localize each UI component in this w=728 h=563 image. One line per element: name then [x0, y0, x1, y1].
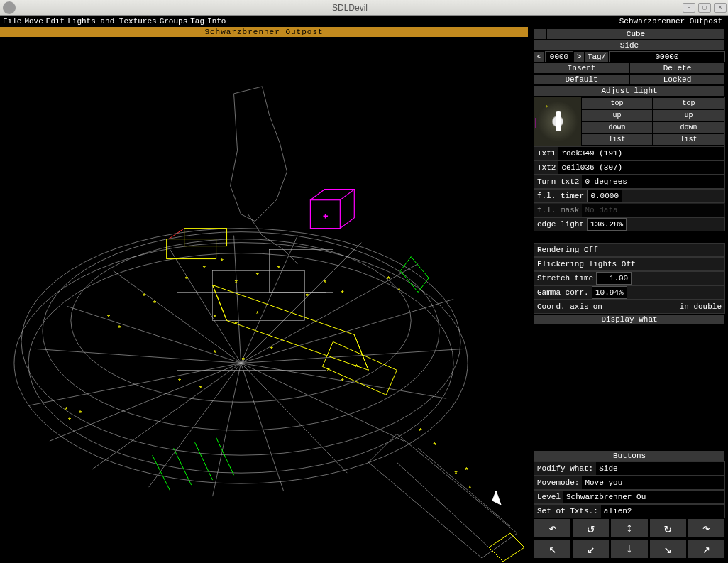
- svg-text:*: *: [199, 385, 204, 393]
- buttons-panel: Buttons Modify What: Side Movemode: Move…: [534, 450, 725, 559]
- movemode-label: Movemode:: [534, 476, 582, 489]
- turn-left-icon[interactable]: ↺: [572, 518, 610, 538]
- minimize-button[interactable]: –: [683, 3, 695, 13]
- flickering-toggle[interactable]: Flickering lights Off: [534, 258, 724, 270]
- svg-line-19: [234, 235, 241, 363]
- menu-lights-textures[interactable]: Lights and Textures: [67, 17, 156, 26]
- svg-text:*: *: [234, 321, 239, 329]
- svg-text:*: *: [276, 264, 281, 273]
- tex2-list-button[interactable]: list: [653, 133, 724, 146]
- display-what-button[interactable]: Display What: [534, 314, 725, 325]
- texture-preview[interactable]: → |: [534, 97, 581, 146]
- menu-tag[interactable]: Tag: [190, 17, 204, 26]
- svg-text:*: *: [67, 417, 72, 425]
- window-title: SDLDevil: [18, 3, 681, 13]
- svg-text:*: *: [153, 300, 158, 308]
- stretch-time-value[interactable]: 1.00: [596, 272, 632, 285]
- coord-axis-state[interactable]: on: [592, 300, 604, 313]
- cube-tab-narrow[interactable]: [534, 28, 546, 40]
- fl-mask-value: No data: [582, 204, 724, 217]
- gamma-value[interactable]: 10.94%: [592, 286, 627, 299]
- level-value[interactable]: Schwarzbrenner Ou: [563, 491, 724, 503]
- svg-text:*: *: [304, 293, 309, 301]
- turn-right-icon[interactable]: ↻: [649, 518, 687, 538]
- render-panel: Rendering Off Flickering lights Off Stre…: [534, 243, 725, 325]
- tag-value[interactable]: 00000: [609, 51, 725, 62]
- svg-text:*: *: [386, 275, 391, 283]
- svg-text:*: *: [269, 346, 274, 354]
- turn-txt2-value[interactable]: 0 degrees: [582, 175, 724, 188]
- close-button[interactable]: ×: [714, 3, 727, 13]
- menu-info[interactable]: Info: [207, 17, 226, 26]
- edge-light-value[interactable]: 136.28%: [587, 218, 627, 231]
- fl-timer-label: f.l. timer: [534, 190, 587, 202]
- modify-what-value[interactable]: Side: [596, 462, 724, 475]
- cube-next-button[interactable]: >: [573, 51, 585, 62]
- svg-text:*: *: [255, 310, 260, 319]
- default-button[interactable]: Default: [534, 74, 629, 85]
- cube-panel: Cube Side < 0000 > Tag/ 00000 Insert Del…: [534, 28, 725, 231]
- bank-right-up-icon[interactable]: ↗: [688, 539, 725, 559]
- move-down-icon[interactable]: ↓: [610, 539, 648, 559]
- level-label: Level: [534, 491, 563, 503]
- tex1-list-button[interactable]: list: [581, 133, 653, 146]
- svg-text:*: *: [241, 356, 246, 365]
- rendering-toggle[interactable]: Rendering Off: [534, 244, 724, 256]
- rotate-cw-icon[interactable]: ↷: [688, 518, 725, 538]
- insert-button[interactable]: Insert: [534, 62, 629, 74]
- svg-text:+: +: [323, 212, 328, 220]
- svg-text:*: *: [397, 285, 402, 294]
- side-header[interactable]: Side: [534, 40, 725, 51]
- rotate-ccw-icon[interactable]: ↶: [534, 518, 571, 538]
- set-of-txts-label: Set of Txts.:: [534, 505, 601, 518]
- menu-edit[interactable]: Edit: [46, 17, 65, 26]
- coord-axis-option[interactable]: in double: [604, 300, 724, 313]
- maximize-button[interactable]: ▢: [698, 3, 711, 13]
- svg-text:*: *: [322, 278, 327, 287]
- tex1-down-button[interactable]: down: [581, 121, 653, 133]
- tex2-top-button[interactable]: top: [653, 97, 724, 109]
- tex1-top-button[interactable]: top: [581, 97, 653, 109]
- svg-line-7: [92, 363, 241, 469]
- svg-line-23: [35, 349, 241, 363]
- fl-timer-value[interactable]: 0.0000: [587, 190, 622, 202]
- wireframe-render: + *** ** ** *** *** ***: [0, 37, 527, 562]
- viewport-3d[interactable]: + *** ** ** *** *** ***: [0, 37, 528, 563]
- bank-left-down-icon[interactable]: ↙: [572, 539, 610, 559]
- movemode-value[interactable]: Move you: [582, 476, 724, 489]
- svg-text:*: *: [220, 257, 225, 266]
- svg-text:*: *: [234, 278, 239, 287]
- svg-text:*: *: [453, 470, 458, 479]
- pitch-icon[interactable]: ↕: [610, 518, 648, 538]
- bank-right-down-icon[interactable]: ↘: [649, 539, 687, 559]
- adjust-light-button[interactable]: Adjust light: [534, 85, 725, 97]
- cube-index-value[interactable]: 0000: [545, 51, 573, 62]
- cube-prev-button[interactable]: <: [534, 51, 545, 62]
- tex1-up-button[interactable]: up: [581, 109, 653, 121]
- txt1-value[interactable]: rock349 (191): [558, 147, 724, 160]
- set-of-txts-value[interactable]: alien2: [601, 505, 724, 518]
- delete-button[interactable]: Delete: [629, 62, 725, 74]
- cube-tab[interactable]: Cube: [546, 28, 725, 40]
- locked-button[interactable]: Locked: [629, 74, 725, 85]
- bank-left-up-icon[interactable]: ↖: [534, 539, 571, 559]
- tex2-up-button[interactable]: up: [653, 109, 724, 121]
- svg-text:*: *: [184, 275, 189, 283]
- menu-file[interactable]: File: [3, 17, 21, 26]
- menu-groups[interactable]: Groups: [160, 17, 188, 26]
- tex2-down-button[interactable]: down: [653, 121, 724, 133]
- svg-text:*: *: [106, 314, 111, 322]
- tag-label[interactable]: Tag/: [585, 51, 609, 62]
- svg-line-10: [241, 363, 284, 491]
- svg-text:*: *: [78, 410, 83, 418]
- svg-text:*: *: [418, 427, 423, 436]
- turn-txt2-label: Turn txt2: [534, 175, 582, 188]
- svg-point-3: [43, 231, 439, 430]
- menu-move[interactable]: Move: [24, 17, 43, 26]
- svg-text:*: *: [142, 293, 147, 301]
- svg-text:*: *: [464, 466, 469, 475]
- svg-text:*: *: [468, 484, 473, 493]
- txt2-value[interactable]: ceil036 (307): [558, 161, 724, 174]
- app-icon: [3, 1, 16, 14]
- svg-text:*: *: [213, 314, 218, 322]
